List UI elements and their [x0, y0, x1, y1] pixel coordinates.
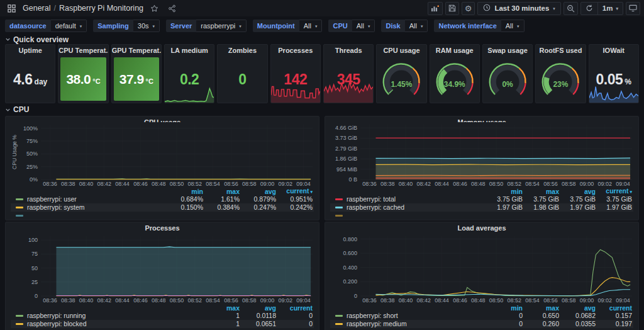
legend-column-max[interactable]: max [524, 188, 560, 195]
dashboards-grid-icon[interactable] [5, 2, 18, 14]
panel-title[interactable]: Processes [11, 222, 314, 234]
series-name[interactable]: raspberrypi: system [27, 203, 85, 212]
legend-column-max[interactable]: max [524, 304, 560, 312]
svg-text:08:36: 08:36 [362, 297, 377, 304]
panel-title[interactable]: Processes [271, 45, 320, 56]
series-name[interactable]: raspberrypi: short [347, 312, 398, 320]
svg-text:09:04: 09:04 [296, 297, 311, 304]
panel-title[interactable]: CPU usage [377, 45, 426, 56]
cycle-view-button[interactable] [626, 2, 640, 15]
legend-row: raspberrypi: short00.6500.06820.157 [330, 312, 633, 320]
breadcrumb-folder[interactable]: General [23, 4, 50, 13]
panel-title[interactable]: IOWait [589, 45, 638, 56]
legend-column-current[interactable]: current ▾ [597, 187, 633, 196]
legend-column-avg[interactable]: avg [560, 188, 597, 195]
dashboard-settings-button[interactable]: ⚙ [462, 2, 475, 15]
series-color-swatch[interactable] [335, 323, 343, 325]
legend-table: minmaxavgcurrentraspberrypi: short00.650… [330, 304, 633, 330]
stat-panel-zombies: Zombies0 [217, 44, 267, 103]
panel-title[interactable]: RootFS used [536, 45, 585, 56]
series-name[interactable]: raspberrypi: running [27, 312, 86, 320]
row-title: Quick overview [13, 35, 69, 44]
panel-title[interactable]: CPU Temperat... [58, 45, 108, 56]
panel-title[interactable]: Threads [324, 45, 373, 56]
panel-title[interactable]: Load averages [330, 222, 633, 234]
panel-title[interactable]: CPU usage [11, 117, 314, 122]
panel-title[interactable]: Zombies [218, 45, 267, 56]
stat-body: 0 [218, 56, 267, 103]
legend-series: raspberrypi: blocked [11, 320, 204, 328]
legend-series: raspberrypi: cached [330, 203, 487, 212]
legend-column-current[interactable]: current [597, 304, 633, 312]
series-color-swatch[interactable] [16, 215, 23, 217]
panel-title[interactable]: LA medium [165, 45, 214, 56]
series-color-swatch[interactable] [16, 323, 23, 325]
zoom-out-button[interactable] [564, 2, 578, 15]
series-color-swatch[interactable] [16, 207, 23, 208]
sort-caret-icon: ▾ [629, 190, 632, 194]
series-color-swatch[interactable] [335, 215, 343, 217]
breadcrumb-dashboard-title[interactable]: Raspberry Pi Monitoring [59, 4, 143, 13]
series-name[interactable]: raspberrypi: total [347, 195, 396, 203]
series-name[interactable]: raspberrypi: blocked [27, 320, 87, 328]
variable-value-dropdown[interactable]: All▾ [501, 20, 525, 32]
variable-value-dropdown[interactable]: raspberrypi▾ [196, 20, 247, 32]
legend-column-current[interactable]: current ▾ [277, 187, 314, 196]
series-color-swatch[interactable] [335, 198, 343, 200]
variable-current-value: All [409, 22, 417, 30]
row-header-quick-overview[interactable]: Quick overview [5, 35, 639, 44]
graph-plot: 08:3608:3808:4008:4208:4408:4608:4808:50… [330, 122, 635, 188]
panel-title[interactable]: RAM usage [430, 45, 479, 56]
series-name[interactable]: raspberrypi: medium [347, 320, 407, 328]
stat-body: 0.05% [589, 56, 638, 103]
variable-label: CPU [328, 20, 352, 32]
legend-column-min[interactable]: min [168, 188, 204, 195]
add-panel-button[interactable] [428, 2, 443, 15]
legend-row-clipped [11, 212, 314, 220]
variable-value-dropdown[interactable]: All▾ [299, 20, 323, 32]
series-color-swatch[interactable] [16, 198, 23, 200]
legend-column-avg[interactable]: avg [241, 304, 277, 312]
time-range-picker[interactable]: Last 30 minutes ▾ [477, 2, 560, 15]
legend-column-avg[interactable]: avg [560, 304, 597, 312]
star-icon[interactable] [148, 2, 161, 14]
variable-value-dropdown[interactable]: All▾ [405, 20, 428, 32]
legend-column-max[interactable]: max [204, 304, 241, 312]
legend-table: maxavgcurrentraspberrypi: running10.0118… [11, 304, 314, 330]
svg-text:08:52: 08:52 [188, 181, 203, 187]
svg-text:09:02: 09:02 [598, 297, 613, 304]
chevron-down-icon: ▾ [315, 24, 318, 28]
series-name[interactable]: raspberrypi: cached [347, 203, 404, 212]
legend-column-min[interactable]: min [487, 188, 524, 195]
legend-value: 0 [277, 320, 314, 328]
stat-value: 0 [238, 71, 246, 88]
panel-title[interactable]: GPU Temperat... [112, 45, 161, 56]
share-icon[interactable] [165, 2, 179, 14]
series-color-swatch[interactable] [335, 315, 343, 317]
svg-text:08:46: 08:46 [453, 297, 467, 304]
svg-text:09:02: 09:02 [279, 181, 293, 187]
row-header-cpu[interactable]: CPU [5, 105, 639, 115]
svg-text:09:04: 09:04 [616, 181, 630, 187]
save-dashboard-button[interactable] [445, 2, 459, 15]
series-color-swatch[interactable] [16, 315, 23, 317]
svg-text:08:36: 08:36 [43, 181, 57, 187]
legend-column-avg[interactable]: avg [241, 188, 277, 195]
variable-value-dropdown[interactable]: All▾ [352, 20, 375, 32]
series-color-swatch[interactable] [335, 207, 343, 208]
panel-title[interactable]: Memory usage [330, 117, 633, 122]
legend-value: 0.0651 [241, 320, 277, 328]
legend-column-max[interactable]: max [204, 188, 241, 195]
gauge-value: 1.45% [377, 80, 426, 89]
legend-value: 0.0355 [560, 320, 597, 328]
refresh-interval-dropdown[interactable]: 1m ▾ [597, 3, 623, 14]
panel-title[interactable]: Uptime [6, 45, 55, 56]
refresh-button[interactable] [581, 3, 597, 14]
variable-value-dropdown[interactable]: default▾ [51, 20, 87, 32]
legend-value: 0.879% [241, 195, 277, 203]
panel-title[interactable]: Swap usage [483, 45, 532, 56]
variable-value-dropdown[interactable]: 30s▾ [133, 20, 160, 32]
legend-column-current[interactable]: current [277, 304, 314, 312]
legend-column-min[interactable]: min [487, 304, 524, 312]
series-name[interactable]: raspberrypi: user [27, 195, 77, 203]
